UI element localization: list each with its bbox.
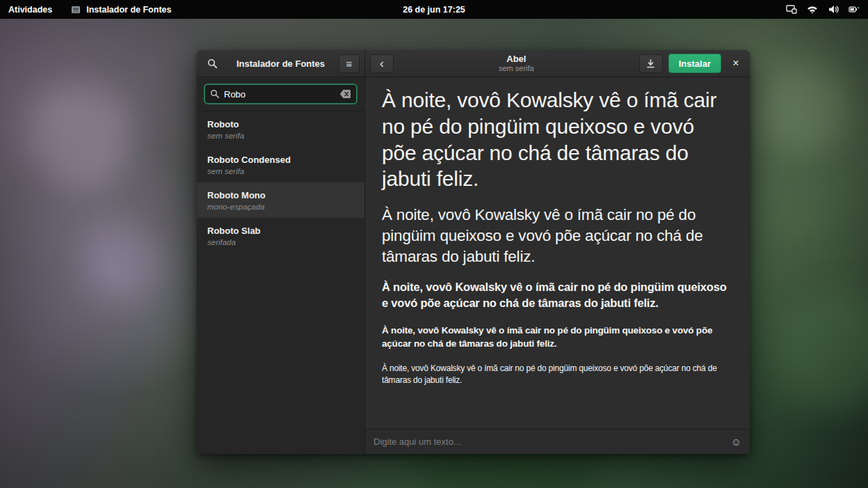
sidebar: Instalador de Fontes ≡ Roboto sem xyxy=(197,50,365,454)
menu-button[interactable]: ≡ xyxy=(339,54,360,73)
preview-pane: ‹ Abel sem serifa Instalar × À noite, vo… xyxy=(365,50,750,454)
battery-network-icon[interactable] xyxy=(849,4,860,15)
font-list-item-roboto-condensed[interactable]: Roboto Condensed sem serifa xyxy=(197,147,364,182)
font-list-item-roboto-slab[interactable]: Roboto Slab serifada xyxy=(197,218,364,253)
custom-text-input[interactable] xyxy=(373,436,725,447)
font-list-item-roboto[interactable]: Roboto sem serifa xyxy=(197,111,364,147)
sidebar-title: Instalador de Fontes xyxy=(236,58,325,69)
back-button[interactable]: ‹ xyxy=(370,54,394,73)
volume-icon[interactable] xyxy=(828,4,839,15)
pangram-sample-md: À noite, vovô Kowalsky vê o ímã cair no … xyxy=(382,279,733,311)
font-style: mono-espaçada xyxy=(207,203,354,211)
search-area xyxy=(197,77,364,111)
font-style: sem serifa xyxy=(207,167,354,175)
desktop: Atividades Instalador de Fontes 26 de ju… xyxy=(0,0,868,488)
window-title-block: Abel sem serifa xyxy=(399,54,634,72)
preview-font-subtitle: sem serifa xyxy=(399,64,634,72)
focused-app-name: Instalador de Fontes xyxy=(86,5,171,15)
pangram-sample-lg: À noite, vovô Kowalsky vê o ímã cair no … xyxy=(382,205,733,267)
search-entry[interactable] xyxy=(204,84,357,104)
download-button[interactable] xyxy=(639,54,663,73)
search-toggle-button[interactable] xyxy=(202,54,223,73)
font-style: sem serifa xyxy=(207,132,354,140)
emoji-picker-icon[interactable]: ☺ xyxy=(731,436,741,447)
clear-search-icon[interactable] xyxy=(339,89,351,99)
pangram-sample-xs: À noite, vovô Kowalsky vê o ímã cair no … xyxy=(382,363,733,387)
app-icon xyxy=(70,4,81,15)
font-preview-area: À noite, vovô Kowalsky vê o ímã cair no … xyxy=(365,77,750,429)
screen-share-icon[interactable] xyxy=(786,4,797,15)
preview-font-title: Abel xyxy=(399,54,634,64)
top-bar: Atividades Instalador de Fontes 26 de ju… xyxy=(0,0,868,19)
pangram-sample-sm: À noite, vovô Kowalsky vê o ímã cair no … xyxy=(382,324,733,350)
font-name: Roboto Slab xyxy=(207,226,354,236)
close-icon[interactable]: × xyxy=(727,54,745,72)
font-list: Roboto sem serifa Roboto Condensed sem s… xyxy=(197,111,364,454)
clock-button[interactable]: 26 de jun 17:25 xyxy=(403,5,465,15)
font-name: Roboto Mono xyxy=(207,190,354,200)
search-icon xyxy=(210,89,220,99)
activities-button[interactable]: Atividades xyxy=(8,5,52,15)
focused-app-indicator[interactable]: Instalador de Fontes xyxy=(70,4,171,15)
preview-headerbar: ‹ Abel sem serifa Instalar × xyxy=(365,50,750,77)
custom-text-bar: ☺ xyxy=(365,429,750,454)
font-name: Roboto Condensed xyxy=(207,155,354,165)
wifi-icon[interactable] xyxy=(807,4,818,15)
font-name: Roboto xyxy=(207,119,354,129)
font-list-item-roboto-mono[interactable]: Roboto Mono mono-espaçada xyxy=(197,182,364,218)
search-input[interactable] xyxy=(224,89,335,100)
sidebar-headerbar: Instalador de Fontes ≡ xyxy=(197,50,364,77)
font-style: serifada xyxy=(207,238,354,246)
font-installer-window: Instalador de Fontes ≡ Roboto sem xyxy=(197,50,750,454)
install-button[interactable]: Instalar xyxy=(668,54,721,73)
pangram-sample-xl: À noite, vovô Kowalsky vê o ímã cair no … xyxy=(382,87,733,192)
